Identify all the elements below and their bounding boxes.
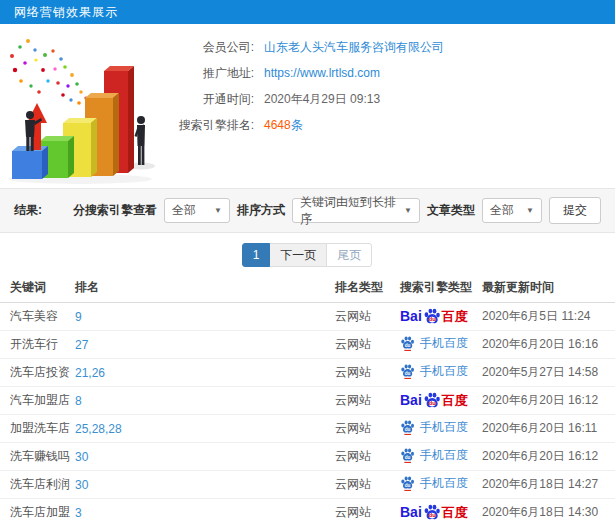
rank-type-cell: 云网站 [335, 387, 400, 415]
rank-type-cell: 云网站 [335, 303, 400, 331]
table-row: 洗车店投资21,26云网站 du 手机百度2020年5月27日 14:58 [0, 359, 615, 387]
rank-link[interactable]: 25,28,28 [75, 422, 122, 436]
article-type-select[interactable]: 全部 ▼ [482, 198, 542, 223]
rank-link[interactable]: 27 [75, 338, 88, 352]
header-rank-type: 排名类型 [335, 277, 400, 303]
baidu-paw-icon: du [423, 503, 441, 520]
sort-select-value: 关键词由短到长排序 [300, 194, 398, 228]
table-row: 汽车美容9云网站Bai du 百度2020年6月5日 11:24 [0, 303, 615, 331]
table-row: 加盟洗车店25,28,28云网站 du 手机百度2020年6月20日 16:11 [0, 415, 615, 443]
sort-select[interactable]: 关键词由短到长排序 ▼ [292, 198, 420, 223]
rank-type-cell: 云网站 [335, 359, 400, 387]
table-row: 洗车赚钱吗30云网站 du 手机百度2020年6月20日 16:12 [0, 443, 615, 471]
baidu-paw-icon: du [423, 307, 441, 327]
results-table: 关键词 排名 排名类型 搜索引擎类型 最新更新时间 汽车美容9云网站Bai du… [0, 277, 615, 520]
rank-link[interactable]: 21,26 [75, 366, 105, 380]
engine-cell: du 手机百度 [400, 443, 482, 471]
engine-rank-label: 搜索引擎排名: [170, 117, 254, 134]
baidu-logo: Bai du 百度 [400, 503, 468, 520]
baidu-logo: Bai du 百度 [400, 307, 468, 327]
keyword-cell: 洗车赚钱吗 [0, 443, 75, 471]
open-time-value: 2020年4月29日 09:13 [264, 91, 380, 108]
table-row: 汽车加盟店8云网站Bai du 百度2020年6月20日 16:12 [0, 387, 615, 415]
svg-text:du: du [429, 400, 436, 406]
filter-bar: 结果: 分搜索引擎查看 全部 ▼ 排序方式 关键词由短到长排序 ▼ 文章类型 全… [0, 188, 615, 233]
pagination: 1 下一页 尾页 [0, 233, 615, 277]
rank-type-cell: 云网站 [335, 415, 400, 443]
confetti-dots [10, 39, 94, 116]
baidu-paw-icon: du [400, 335, 415, 352]
header-update-time: 最新更新时间 [482, 277, 615, 303]
baidu-paw-icon: du [400, 475, 415, 492]
time-cell: 2020年6月20日 16:12 [482, 443, 615, 471]
engine-cell: du 手机百度 [400, 359, 482, 387]
engine-select-value: 全部 [172, 202, 196, 219]
rank-link[interactable]: 8 [75, 394, 82, 408]
rank-link[interactable]: 9 [75, 310, 82, 324]
submit-button[interactable]: 提交 [549, 197, 601, 224]
promo-url-label: 推广地址: [170, 65, 254, 82]
chevron-down-icon: ▼ [520, 206, 534, 215]
member-company-row: 会员公司: 山东老人头汽车服务咨询有限公司 [170, 34, 600, 60]
member-info-panel: 会员公司: 山东老人头汽车服务咨询有限公司 推广地址: https://www.… [170, 34, 600, 138]
member-company-label: 会员公司: [170, 39, 254, 56]
promo-url-row: 推广地址: https://www.lrtlsd.com [170, 60, 600, 86]
sort-filter-label: 排序方式 [237, 202, 285, 219]
keyword-cell: 洗车店加盟 [0, 499, 75, 520]
rank-type-cell: 云网站 [335, 499, 400, 520]
rank-cell: 9 [75, 303, 335, 331]
rank-link[interactable]: 30 [75, 450, 88, 464]
mobile-baidu-badge: du 手机百度 [400, 475, 468, 492]
promo-url-link[interactable]: https://www.lrtlsd.com [264, 66, 380, 80]
rank-cell: 8 [75, 387, 335, 415]
time-cell: 2020年6月20日 16:11 [482, 415, 615, 443]
svg-text:du: du [429, 316, 436, 322]
mobile-baidu-badge: du 手机百度 [400, 419, 468, 436]
rank-type-cell: 云网站 [335, 331, 400, 359]
member-company-link[interactable]: 山东老人头汽车服务咨询有限公司 [264, 39, 444, 56]
mobile-baidu-badge: du 手机百度 [400, 335, 468, 352]
page-button-1[interactable]: 1 [242, 243, 271, 267]
rank-cell: 27 [75, 331, 335, 359]
baidu-paw-icon: du [400, 419, 415, 436]
last-page-button[interactable]: 尾页 [326, 243, 372, 267]
open-time-label: 开通时间: [170, 91, 254, 108]
open-time-row: 开通时间: 2020年4月29日 09:13 [170, 86, 600, 112]
results-table-body: 汽车美容9云网站Bai du 百度2020年6月5日 11:24开洗车行27云网… [0, 303, 615, 520]
engine-rank-row: 搜索引擎排名: 4648 条 [170, 112, 600, 138]
rank-type-cell: 云网站 [335, 471, 400, 499]
keyword-cell: 洗车店利润 [0, 471, 75, 499]
result-label: 结果: [14, 202, 42, 219]
engine-cell: du 手机百度 [400, 331, 482, 359]
rank-cell: 25,28,28 [75, 415, 335, 443]
header-rank: 排名 [75, 277, 335, 303]
article-type-select-value: 全部 [490, 202, 514, 219]
next-page-button[interactable]: 下一页 [269, 243, 327, 267]
chevron-down-icon: ▼ [208, 206, 222, 215]
keyword-cell: 开洗车行 [0, 331, 75, 359]
baidu-paw-icon: du [400, 447, 415, 464]
keyword-cell: 汽车美容 [0, 303, 75, 331]
page-title: 网络营销效果展示 [14, 5, 118, 19]
svg-text:du: du [429, 512, 436, 518]
rank-link[interactable]: 3 [75, 506, 82, 520]
article-type-label: 文章类型 [427, 202, 475, 219]
rank-cell: 30 [75, 471, 335, 499]
growth-chart-illustration [0, 26, 180, 188]
table-row: 洗车店加盟3云网站Bai du 百度2020年6月18日 14:30 [0, 499, 615, 520]
engine-select[interactable]: 全部 ▼ [164, 198, 230, 223]
rank-cell: 3 [75, 499, 335, 520]
svg-text:du: du [405, 455, 411, 460]
time-cell: 2020年6月20日 16:16 [482, 331, 615, 359]
rank-cell: 21,26 [75, 359, 335, 387]
keyword-cell: 加盟洗车店 [0, 415, 75, 443]
svg-text:du: du [405, 483, 411, 488]
engine-cell: Bai du 百度 [400, 387, 482, 415]
header-engine-type: 搜索引擎类型 [400, 277, 482, 303]
rank-link[interactable]: 30 [75, 478, 88, 492]
header-keyword: 关键词 [0, 277, 75, 303]
mobile-baidu-badge: du 手机百度 [400, 363, 468, 380]
table-row: 洗车店利润30云网站 du 手机百度2020年6月18日 14:27 [0, 471, 615, 499]
engine-cell: Bai du 百度 [400, 303, 482, 331]
time-cell: 2020年6月5日 11:24 [482, 303, 615, 331]
